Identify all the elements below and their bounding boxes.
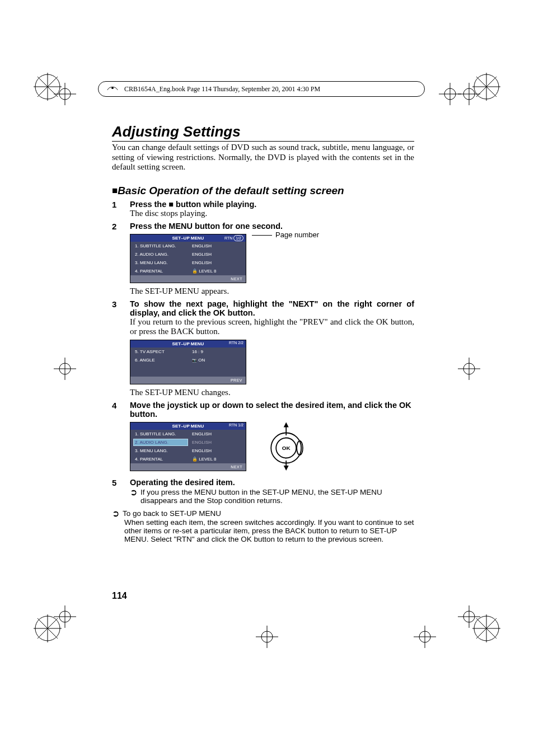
bullet-arrow-icon: ➲: [130, 488, 137, 505]
lock-icon: 🔒: [192, 269, 198, 274]
camera-icon: 📷: [192, 358, 197, 362]
callout-text: Page number: [275, 231, 319, 239]
menu-item-label: 1. SUBTITLE LANG.: [135, 431, 186, 436]
step-number: 4: [112, 401, 122, 475]
menu-item-label-selected: 2. AUDIO LANG.: [134, 439, 188, 445]
menu-item-label: 6. ANGLE: [135, 358, 186, 363]
menu-item-value: 16 : 9: [192, 349, 203, 354]
menu-title: SET–UP MENU: [172, 236, 204, 241]
step-instruction: Press the ■ button while playing.: [130, 200, 414, 209]
setup-menu-screenshot-1: SET–UP MENU RTN 1/2 1. SUBTITLE LANG.ENG…: [130, 234, 246, 283]
setup-menu-screenshot-2: SET–UP MENU RTN 2/2 5. TV ASPECT16 : 9 6…: [130, 340, 246, 384]
print-header-text: CRB1654A_Eng.book Page 114 Thursday, Sep…: [124, 85, 320, 93]
page-indicator: 1/2: [238, 423, 243, 427]
crop-mark-icon: [414, 626, 436, 648]
step-result: The SET-UP MENU changes.: [130, 388, 414, 397]
svg-marker-53: [284, 422, 289, 428]
step-number: 2: [112, 222, 122, 296]
rtn-label: RTN: [229, 341, 237, 345]
rtn-label: RTN: [224, 236, 232, 240]
section-title-text: Basic Operation of the default setting s…: [118, 185, 344, 196]
menu-item-value: 🔒 LEVEL 8: [192, 457, 217, 462]
step-3: 3 To show the next page, highlight the "…: [112, 299, 414, 397]
intro-text: You can change default settings of DVD s…: [112, 141, 414, 172]
text: LEVEL 8: [199, 269, 216, 274]
svg-point-50: [297, 441, 303, 455]
step-1: 1 Press the ■ button while playing. The …: [112, 200, 414, 218]
joystick-icon: OK: [262, 420, 312, 473]
step-5-note: ➲ To go back to SET-UP MENU When setting…: [112, 508, 414, 543]
note-text: If you press the MENU button in the SET-…: [140, 488, 414, 505]
note-1: ➲ If you press the MENU button in the SE…: [130, 488, 414, 505]
lock-icon: 🔒: [192, 457, 198, 462]
page-indicator: 1/2: [233, 235, 243, 241]
text: LEVEL 8: [199, 457, 216, 462]
print-header: CRB1654A_Eng.book Page 114 Thursday, Sep…: [98, 81, 425, 97]
crop-mark-icon: [54, 605, 76, 628]
menu-item-label: 3. MENU LANG.: [135, 448, 186, 453]
crop-mark-icon: [458, 358, 480, 380]
text: ON: [198, 358, 205, 363]
crop-mark-icon: [54, 83, 76, 105]
crop-mark-icon: [439, 83, 461, 105]
framemaker-icon: [106, 83, 119, 95]
menu-title: SET–UP MENU: [172, 341, 204, 346]
menu-item-label: 1. SUBTITLE LANG.: [135, 243, 186, 248]
menu-item-value: ENGLISH: [192, 431, 212, 436]
menu-item-value: ENGLISH: [192, 440, 212, 445]
step-instruction: Press the MENU button for one second.: [130, 222, 414, 231]
page-title: Adjusting Settings: [112, 123, 414, 140]
menu-item-label: 5. TV ASPECT: [135, 349, 186, 354]
menu-title: SET–UP MENU: [172, 424, 204, 429]
menu-item-value: 🔒 LEVEL 8: [192, 269, 217, 274]
bullet-arrow-icon: ➲: [112, 509, 119, 518]
step-number: 1: [112, 200, 122, 218]
stop-icon: ■: [168, 200, 174, 209]
page-number-callout: Page number: [252, 231, 319, 239]
step-instruction: Operating the desired item.: [130, 478, 414, 487]
step-4: 4 Move the joystick up or down to select…: [112, 401, 414, 475]
setup-menu-screenshot-3: SET–UP MENU RTN 1/2 1. SUBTITLE LANG.ENG…: [130, 422, 246, 471]
step-instruction: Move the joystick up or down to select t…: [130, 401, 414, 419]
note-title: To go back to SET-UP MENU: [123, 509, 221, 518]
text: Press the: [130, 200, 168, 209]
svg-marker-55: [284, 466, 289, 471]
menu-footer: PREV: [130, 377, 246, 384]
page-content: Adjusting Settings You can change defaul…: [112, 123, 414, 547]
svg-text:OK: OK: [282, 445, 291, 451]
menu-item-label: 4. PARENTAL: [135, 269, 186, 274]
step-2: 2 Press the MENU button for one second. …: [112, 222, 414, 296]
text: button while playing.: [174, 200, 256, 209]
page-number: 114: [112, 591, 127, 601]
svg-point-47: [111, 87, 114, 89]
menu-item-label: 3. MENU LANG.: [135, 260, 186, 265]
section-title: ■Basic Operation of the default setting …: [112, 185, 414, 197]
menu-item-label: 2. AUDIO LANG.: [135, 252, 186, 257]
crop-mark-icon: [458, 83, 480, 105]
step-number: 3: [112, 299, 122, 397]
crop-mark-icon: [54, 358, 76, 380]
step-detail: If you return to the previous screen, hi…: [130, 317, 414, 336]
menu-item-value: ENGLISH: [192, 448, 212, 453]
step-instruction: To show the next page, highlight the "NE…: [130, 299, 414, 317]
note-body: When setting each item, the screen switc…: [124, 518, 414, 543]
crop-mark-icon: [458, 605, 480, 628]
menu-item-label: 4. PARENTAL: [135, 457, 186, 462]
step-result: The SET-UP MENU appears.: [130, 287, 414, 296]
menu-item-value: 📷 ON: [192, 358, 205, 363]
crop-mark-icon: [256, 626, 278, 648]
menu-footer: NEXT: [130, 463, 246, 471]
step-number: 5: [112, 478, 122, 505]
step-result: The disc stops playing.: [130, 209, 414, 218]
rtn-label: RTN: [229, 423, 237, 427]
menu-item-value: ENGLISH: [192, 252, 212, 257]
menu-footer: NEXT: [130, 275, 246, 283]
page-indicator: 2/2: [238, 341, 243, 345]
step-5: 5 Operating the desired item. ➲ If you p…: [112, 478, 414, 505]
menu-item-value: ENGLISH: [192, 243, 212, 248]
menu-item-value: ENGLISH: [192, 260, 212, 265]
